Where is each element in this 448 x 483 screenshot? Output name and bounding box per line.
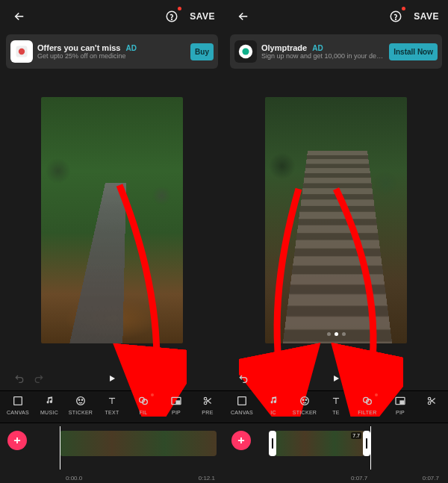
left-screenshot: SAVE Offers you can't miss AD Get upto 2…	[0, 0, 224, 483]
video-preview[interactable]	[224, 73, 448, 367]
notification-dot	[375, 393, 378, 396]
svg-point-20	[302, 399, 303, 400]
timeline[interactable]: 0:00.0 0:12.1	[0, 423, 224, 483]
tool-text[interactable]: TE	[321, 394, 351, 415]
tool-row: CANVAS IC STICKER TE FILTER PIP	[224, 390, 448, 423]
svg-point-21	[305, 399, 306, 400]
tool-precut[interactable]: PRE	[193, 394, 223, 415]
timeline[interactable]: 7.7 0:07.7 0:07.7	[224, 423, 448, 483]
time-start: 0:00.0	[66, 475, 82, 482]
ad-title: Offers you can't miss	[37, 43, 120, 52]
help-button[interactable]	[385, 6, 406, 27]
playbar	[224, 367, 448, 390]
page-dots	[265, 332, 407, 336]
ad-cta-button[interactable]: Install Now	[389, 43, 438, 60]
svg-point-1	[172, 19, 172, 19]
svg-point-7	[81, 399, 82, 400]
video-clip[interactable]	[60, 431, 217, 456]
tool-pip[interactable]: PIP	[385, 394, 415, 415]
video-clip[interactable]: 7.7	[275, 431, 364, 456]
time-start: 0:07.7	[351, 475, 367, 482]
timeline-track[interactable]: 7.7	[261, 431, 441, 456]
time-end: 0:07.7	[423, 475, 439, 482]
topbar: SAVE	[0, 0, 224, 33]
svg-rect-18	[238, 397, 246, 405]
tool-precut[interactable]	[417, 394, 447, 410]
clip-duration: 7.7	[351, 432, 361, 439]
play-button[interactable]	[107, 373, 117, 384]
notification-dot	[178, 7, 181, 10]
add-clip-button[interactable]	[7, 431, 27, 450]
right-screenshot: SAVE Olymptrade AD Sign up now and get 1…	[224, 0, 448, 483]
back-button[interactable]	[233, 6, 254, 27]
tool-pip[interactable]: PIP	[161, 394, 191, 415]
tool-filter[interactable]: FIL	[128, 394, 158, 415]
svg-point-3	[19, 49, 25, 54]
svg-point-15	[396, 19, 396, 19]
video-frame	[265, 97, 407, 343]
undo-button[interactable]	[237, 373, 249, 384]
save-button[interactable]: SAVE	[414, 11, 439, 22]
notification-dot	[402, 7, 405, 10]
svg-point-5	[77, 397, 85, 405]
ad-app-icon	[10, 40, 33, 63]
tool-music[interactable]: MUSIC	[34, 394, 64, 415]
back-button[interactable]	[9, 6, 30, 27]
ad-subtitle: Sign up now and get 10,000 in your demo …	[261, 52, 385, 60]
tool-canvas[interactable]: CANVAS	[3, 394, 33, 415]
ad-banner[interactable]: Offers you can't miss AD Get upto 25% of…	[6, 34, 218, 69]
tool-sticker[interactable]: STICKER	[290, 394, 320, 415]
svg-point-19	[301, 397, 309, 405]
add-clip-button[interactable]	[231, 431, 251, 450]
help-button[interactable]	[161, 6, 182, 27]
time-end: 0:12.1	[199, 475, 215, 482]
tool-filter[interactable]: FILTER	[352, 394, 382, 415]
svg-rect-25	[400, 401, 404, 403]
trim-handle-left[interactable]	[269, 431, 276, 456]
timeline-track[interactable]	[60, 431, 217, 456]
save-button[interactable]: SAVE	[190, 11, 215, 22]
ad-tag: AD	[126, 44, 137, 52]
ad-tag: AD	[312, 44, 323, 52]
undo-button[interactable]	[13, 373, 25, 384]
tool-text[interactable]: TEXT	[97, 394, 127, 415]
tool-row: CANVAS MUSIC STICKER TEXT FIL PIP PRE	[0, 390, 224, 423]
notification-dot	[151, 393, 154, 396]
trim-handle-right[interactable]	[363, 431, 370, 456]
tool-sticker[interactable]: STICKER	[66, 394, 96, 415]
svg-rect-11	[176, 401, 180, 403]
ad-banner[interactable]: Olymptrade AD Sign up now and get 10,000…	[230, 34, 442, 69]
ad-app-icon	[234, 40, 257, 63]
ad-subtitle: Get upto 25% off on medicine	[37, 52, 186, 60]
svg-rect-4	[14, 397, 22, 405]
svg-point-6	[78, 399, 79, 400]
playhead[interactable]	[60, 426, 60, 470]
play-button[interactable]	[331, 373, 341, 384]
tool-music[interactable]: IC	[258, 394, 288, 415]
video-preview[interactable]	[0, 73, 224, 367]
ad-cta-button[interactable]: Buy	[190, 43, 214, 60]
redo-button[interactable]	[33, 373, 45, 384]
ad-title: Olymptrade	[261, 43, 307, 52]
playhead[interactable]	[370, 426, 371, 470]
svg-point-17	[242, 48, 249, 54]
topbar: SAVE	[224, 0, 448, 33]
tool-canvas[interactable]: CANVAS	[227, 394, 257, 415]
video-frame	[41, 97, 183, 343]
playbar	[0, 367, 224, 390]
